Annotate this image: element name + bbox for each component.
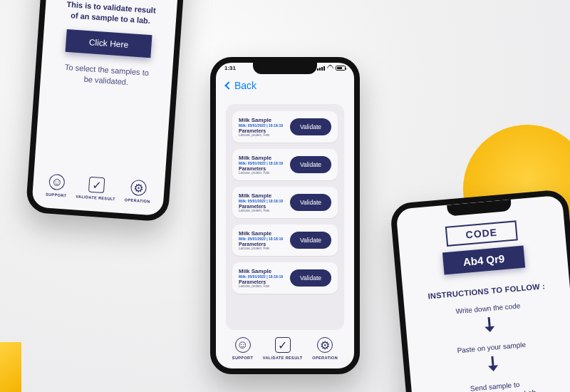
chevron-left-icon: [224, 81, 232, 89]
wifi-icon: [327, 65, 333, 71]
sample-text: Milk Sample Milk: 05/01/2022 | 18:18:19 …: [239, 155, 283, 175]
tab-label: OPERATION: [312, 356, 338, 360]
sample-title: Milk Sample: [239, 155, 283, 161]
validate-button[interactable]: Validate: [290, 194, 331, 211]
phone-validate-intro: This is to validate result of an sample …: [26, 0, 188, 222]
signal-icon: [317, 66, 325, 71]
tab-bar: ☺ SUPPORT ✓ VALIDATE RESULT ⚙ OPERATION: [216, 337, 354, 364]
sample-param-label: Parameters: [239, 204, 283, 209]
decorative-edge: [0, 342, 21, 392]
sample-title: Milk Sample: [239, 117, 283, 123]
sample-text: Milk Sample Milk: 05/01/2022 | 18:18:19 …: [239, 230, 283, 250]
caption-line1: To select the samples to: [65, 63, 150, 77]
tab-operation[interactable]: ⚙ OPERATION: [312, 337, 338, 360]
code-label-box: CODE: [445, 220, 519, 247]
arrow-down-icon: [484, 317, 495, 335]
code-value: Ab4 Qr9: [442, 246, 526, 275]
tab-support[interactable]: ☺ SUPPORT: [232, 337, 253, 360]
sample-param-label: Parameters: [239, 242, 283, 247]
instruction-step-1: Write down the code: [455, 301, 521, 316]
sample-text: Milk Sample Milk: 05/01/2022 | 18:18:19 …: [239, 117, 283, 137]
sample-card: Milk Sample Milk: 05/01/2022 | 18:18:19 …: [232, 111, 338, 143]
sample-param-label: Parameters: [239, 128, 283, 133]
sample-meta: Milk: 05/01/2022 | 18:18:19: [239, 199, 283, 203]
sample-param-label: Parameters: [239, 166, 283, 171]
clipboard-icon: ✓: [275, 337, 291, 353]
gear-icon: ⚙: [130, 180, 146, 196]
sample-title: Milk Sample: [239, 192, 283, 199]
tab-operation[interactable]: ⚙ OPERATION: [125, 179, 152, 203]
sample-card: Milk Sample Milk: 05/01/2022 | 18:18:19 …: [232, 149, 338, 180]
sample-meta: Milk: 05/01/2022 | 18:18:19: [239, 237, 283, 241]
intro-caption: To select the samples to be validated.: [63, 62, 149, 90]
sample-param-value: Lactose, protein, Fats: [239, 284, 283, 288]
sample-param-value: Lactose, protein, Fats: [239, 247, 283, 250]
battery-icon: [336, 66, 346, 71]
phone-instructions: CODE Ab4 Qr9 INSTRUCTIONS TO FOLLOW : Wr…: [390, 189, 570, 392]
tab-validate-result[interactable]: ✓ VALIDATE RESULT: [263, 337, 303, 360]
screen: CODE Ab4 Qr9 INSTRUCTIONS TO FOLLOW : Wr…: [395, 195, 570, 392]
tab-validate-result[interactable]: ✓ VALIDATE RESULT: [76, 175, 117, 201]
validate-button[interactable]: Validate: [290, 118, 331, 135]
status-time: 1:31: [224, 65, 236, 71]
screen: This is to validate result of an sample …: [31, 0, 182, 216]
validate-button[interactable]: Validate: [290, 232, 331, 249]
tab-label: OPERATION: [125, 197, 150, 203]
validate-button[interactable]: Validate: [290, 269, 331, 287]
sample-title: Milk Sample: [239, 268, 283, 274]
sample-title: Milk Sample: [239, 230, 283, 237]
tab-label: VALIDATE RESULT: [263, 356, 303, 360]
sample-list[interactable]: Milk Sample Milk: 05/01/2022 | 18:18:19 …: [226, 104, 344, 330]
back-button[interactable]: Back: [226, 80, 256, 91]
instruction-step-3: Send sample to your nearest Si-Ware Lab: [454, 378, 536, 392]
sample-card: Milk Sample Milk: 05/01/2022 | 18:18:19 …: [232, 262, 338, 294]
gear-icon: ⚙: [317, 337, 333, 353]
sample-card: Milk Sample Milk: 05/01/2022 | 18:18:19 …: [232, 187, 338, 218]
arrow-down-icon: [487, 356, 499, 373]
sample-param-label: Parameters: [239, 279, 283, 284]
intro-message: This is to validate result of an sample …: [66, 0, 156, 26]
validate-button[interactable]: Validate: [290, 156, 331, 173]
instructions-heading: INSTRUCTIONS TO FOLLOW :: [428, 282, 546, 300]
instruction-step-2: Paste on your sample: [457, 340, 526, 355]
sample-meta: Milk: 05/01/2022 | 18:18:19: [239, 123, 283, 128]
sample-meta: Milk: 05/01/2022 | 18:18:19: [239, 161, 283, 165]
caption-line2: be validated.: [83, 75, 128, 86]
clipboard-icon: ✓: [88, 177, 105, 193]
sample-text: Milk Sample Milk: 05/01/2022 | 18:18:19 …: [239, 192, 283, 212]
sample-meta: Milk: 05/01/2022 | 18:18:19: [239, 274, 283, 279]
tab-label: SUPPORT: [232, 356, 253, 360]
tab-label: SUPPORT: [46, 192, 67, 197]
status-icons: [317, 65, 346, 71]
click-here-button[interactable]: Click Here: [66, 29, 152, 58]
sample-card: Milk Sample Milk: 05/01/2022 | 18:18:19 …: [232, 225, 338, 256]
back-label: Back: [234, 80, 256, 91]
tab-bar: ☺ SUPPORT ✓ VALIDATE RESULT ⚙ OPERATION: [32, 172, 165, 209]
stage: This is to validate result of an sample …: [0, 0, 570, 392]
phone-sample-list: 1:31 Back Milk Sample Milk: 05/01/2022 |…: [210, 57, 360, 374]
sample-text: Milk Sample Milk: 05/01/2022 | 18:18:19 …: [239, 268, 283, 288]
tab-support[interactable]: ☺ SUPPORT: [46, 174, 68, 198]
tab-label: VALIDATE RESULT: [76, 194, 115, 201]
sample-param-value: Lactose, protein, Fats: [239, 133, 283, 137]
headset-icon: ☺: [235, 337, 251, 353]
sample-param-value: Lactose, protein, Fats: [239, 171, 283, 175]
sample-param-value: Lactose, protein, Fats: [239, 209, 283, 212]
headset-icon: ☺: [48, 174, 65, 190]
status-bar: 1:31: [224, 65, 346, 71]
